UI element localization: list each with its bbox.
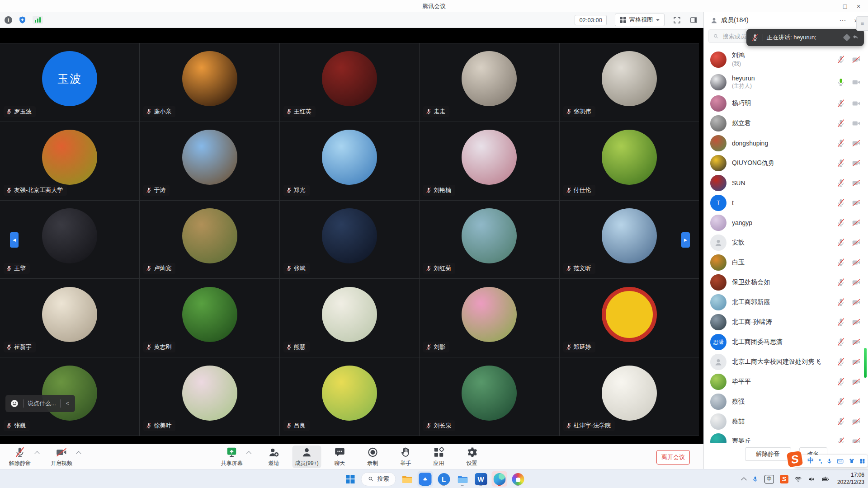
video-tile-24[interactable]: 刘长泉: [420, 357, 559, 436]
ime-indicator[interactable]: 中: [764, 475, 774, 483]
muted-mic-icon[interactable]: [836, 218, 845, 227]
muted-mic-icon[interactable]: [836, 377, 845, 386]
video-tile-10[interactable]: 付仕伦: [560, 122, 699, 200]
camera-off-icon[interactable]: [852, 258, 861, 267]
view-mode-dropdown[interactable]: 宫格视图: [615, 14, 665, 26]
video-tile-14[interactable]: 刘红菊: [420, 201, 559, 279]
video-tile-8[interactable]: 郑光: [280, 122, 419, 200]
meeting-info-icon[interactable]: i: [5, 16, 12, 24]
toolbar-members-button[interactable]: 成员(99+): [292, 446, 321, 468]
camera-off-icon[interactable]: [852, 278, 861, 287]
video-tile-18[interactable]: 熊慧: [280, 279, 419, 357]
emoji-icon[interactable]: [10, 399, 19, 408]
camera-icon[interactable]: [852, 78, 861, 87]
camera-off-icon[interactable]: [852, 417, 861, 426]
ime-toolbox-icon[interactable]: [859, 458, 865, 464]
toolbar-share-screen-button[interactable]: 共享屏幕: [217, 446, 246, 468]
sogou-logo-icon[interactable]: S: [785, 450, 804, 468]
muted-mic-icon[interactable]: [836, 99, 845, 108]
camera-off-icon[interactable]: [852, 397, 861, 406]
muted-mic-icon[interactable]: [836, 417, 845, 426]
chat-input-placeholder[interactable]: 说点什么...: [28, 399, 56, 408]
muted-mic-icon[interactable]: [836, 437, 845, 443]
sogou-tray-icon[interactable]: S: [780, 475, 788, 483]
camera-off-icon[interactable]: [852, 437, 861, 443]
camera-off-icon[interactable]: [852, 178, 861, 188]
video-tile-15[interactable]: 范文昕: [560, 201, 699, 279]
chevron-up-icon[interactable]: [34, 451, 39, 456]
member-row-15[interactable]: 思潇 北工商团委马思潇: [704, 332, 868, 352]
muted-mic-icon[interactable]: [836, 338, 845, 347]
ime-voice-icon[interactable]: [826, 458, 832, 464]
video-tile-20[interactable]: 郑延婷: [560, 279, 699, 357]
member-row-10[interactable]: 安歆: [704, 233, 868, 253]
member-row-20[interactable]: 曹晏丘: [704, 432, 868, 443]
security-shield-icon[interactable]: [18, 16, 27, 24]
scrollbar-thumb[interactable]: [864, 348, 867, 378]
volume-icon[interactable]: [808, 475, 816, 483]
mic-on-icon[interactable]: [836, 78, 845, 87]
chevron-up-icon[interactable]: [246, 451, 251, 456]
camera-off-icon[interactable]: [852, 159, 861, 168]
tray-expand-icon[interactable]: [741, 477, 747, 483]
grid-page-next-button[interactable]: ▶: [681, 232, 690, 248]
muted-mic-icon[interactable]: [836, 178, 845, 188]
muted-mic-icon[interactable]: [836, 238, 845, 247]
network-signal-icon[interactable]: [33, 16, 43, 24]
file-explorer-icon[interactable]: [399, 471, 415, 487]
video-tile-9[interactable]: 刘艳楠: [420, 122, 559, 200]
member-row-6[interactable]: QIUYONG仇勇: [704, 153, 868, 173]
tray-mic-icon[interactable]: [752, 476, 759, 483]
camera-icon[interactable]: [852, 99, 861, 108]
member-row-13[interactable]: 北工商郭新愿: [704, 292, 868, 312]
wifi-icon[interactable]: [794, 475, 802, 483]
video-tile-12[interactable]: 卢灿宽: [140, 201, 279, 279]
muted-mic-icon[interactable]: [836, 298, 845, 307]
video-tile-22[interactable]: 徐美叶: [140, 357, 279, 436]
member-row-7[interactable]: SUN: [704, 173, 868, 193]
taskbar-search[interactable]: 搜索: [361, 472, 396, 486]
toolbar-gear-button[interactable]: 设置: [458, 446, 486, 468]
member-row-5[interactable]: dongshuping: [704, 133, 868, 153]
video-tile-13[interactable]: 张斌: [280, 201, 419, 279]
member-row-1[interactable]: 刘鸿 (我): [704, 48, 868, 71]
video-tile-1[interactable]: 玉波 罗玉波: [0, 43, 139, 122]
toolbar-invite-button[interactable]: 邀请: [259, 446, 288, 468]
camera-icon[interactable]: [852, 119, 861, 128]
camera-off-icon[interactable]: [852, 238, 861, 247]
member-row-19[interactable]: 蔡喆: [704, 412, 868, 432]
camera-off-icon[interactable]: [852, 218, 861, 227]
camera-off-icon[interactable]: [852, 298, 861, 307]
member-row-2[interactable]: heyurun (主持人): [704, 71, 868, 94]
member-row-16[interactable]: 北京工商大学校园建设处刘隽飞: [704, 352, 868, 372]
fullscreen-button[interactable]: [673, 16, 681, 24]
tencent-meeting-app-icon[interactable]: [418, 471, 433, 487]
member-row-12[interactable]: 保卫处杨会如: [704, 272, 868, 292]
camera-off-icon[interactable]: [852, 139, 861, 148]
toolbar-hand-button[interactable]: 举手: [392, 446, 420, 468]
battery-icon[interactable]: [821, 475, 830, 483]
camera-off-icon[interactable]: [852, 338, 861, 347]
camera-off-icon[interactable]: [852, 357, 861, 366]
taskbar-clock[interactable]: 17:06 2022/12/23: [836, 472, 864, 486]
unmute-all-button[interactable]: 解除静音: [745, 447, 791, 461]
muted-mic-icon[interactable]: [836, 119, 845, 128]
member-row-9[interactable]: yangyp: [704, 213, 868, 233]
reply-arrow-icon[interactable]: [851, 33, 859, 42]
camera-off-icon[interactable]: [852, 318, 861, 327]
ime-mode-toggle[interactable]: 中: [807, 457, 814, 465]
muted-mic-icon[interactable]: [836, 159, 845, 168]
ime-skin-icon[interactable]: [849, 458, 855, 464]
ime-keyboard-icon[interactable]: [837, 458, 844, 465]
muted-mic-icon[interactable]: [836, 357, 845, 366]
ime-punctuation-toggle[interactable]: °,: [818, 458, 821, 465]
camera-off-icon[interactable]: [852, 55, 861, 64]
toolbar-mic-slash-button[interactable]: 解除静音: [5, 446, 34, 468]
panel-menu-button[interactable]: ⋯: [839, 16, 846, 24]
camera-off-icon[interactable]: [852, 198, 861, 207]
muted-mic-icon[interactable]: [836, 258, 845, 267]
member-row-11[interactable]: 白玉: [704, 253, 868, 272]
muted-mic-icon[interactable]: [836, 139, 845, 148]
member-row-18[interactable]: 蔡强: [704, 392, 868, 412]
video-tile-2[interactable]: 廉小亲: [140, 43, 279, 122]
